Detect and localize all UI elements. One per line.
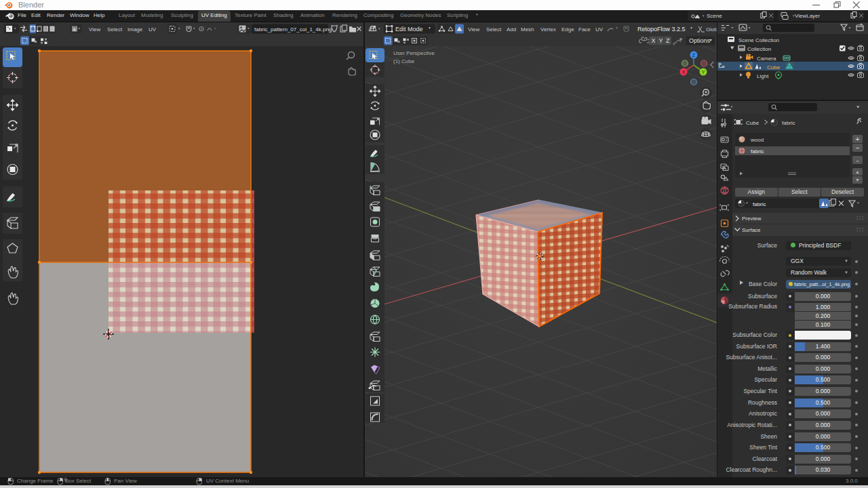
svg-text:Camera: Camera — [757, 56, 776, 62]
svg-text:fabric: fabric — [751, 148, 764, 155]
svg-text:UV: UV — [595, 26, 604, 33]
svg-text:User Perspective: User Perspective — [393, 50, 435, 56]
svg-text:X: X — [652, 37, 656, 44]
svg-text:Options: Options — [689, 37, 711, 44]
svg-text:Globa: Globa — [706, 26, 717, 33]
svg-text:Vertex: Vertex — [540, 26, 556, 33]
svg-text:Z: Z — [666, 37, 670, 44]
svg-text:Edge: Edge — [561, 26, 574, 33]
svg-text:Cube: Cube — [767, 64, 781, 70]
svg-text:fabric: fabric — [782, 120, 795, 126]
svg-text:Edit Mode: Edit Mode — [395, 26, 423, 33]
svg-text:fabric_pattern_07_col_1_4k.png: fabric_pattern_07_col_1_4k.png — [254, 26, 332, 33]
svg-text:Y: Y — [702, 70, 705, 75]
svg-text:Collection: Collection — [747, 46, 771, 52]
svg-text:Add: Add — [507, 26, 516, 33]
svg-text:Cube: Cube — [746, 120, 760, 126]
svg-text:Select: Select — [107, 26, 123, 33]
svg-text:fabric: fabric — [753, 201, 766, 207]
svg-text:X: X — [682, 70, 686, 75]
svg-text:Y: Y — [659, 37, 663, 44]
svg-text:View: View — [89, 26, 100, 33]
svg-text:Scene Collection: Scene Collection — [738, 37, 779, 43]
svg-text:wood: wood — [750, 137, 764, 143]
svg-text:View: View — [468, 26, 479, 33]
svg-text:Mesh: Mesh — [521, 26, 534, 33]
svg-text:Z: Z — [692, 53, 696, 58]
svg-text:Light: Light — [757, 73, 769, 79]
svg-text:(1) Cube: (1) Cube — [393, 58, 415, 64]
svg-text:RetopoFlow 3.2.5: RetopoFlow 3.2.5 — [637, 26, 686, 33]
svg-text:Face: Face — [578, 26, 591, 33]
svg-text:Image: Image — [127, 26, 143, 33]
svg-text:UV: UV — [149, 26, 157, 33]
svg-text:Select: Select — [486, 26, 502, 33]
